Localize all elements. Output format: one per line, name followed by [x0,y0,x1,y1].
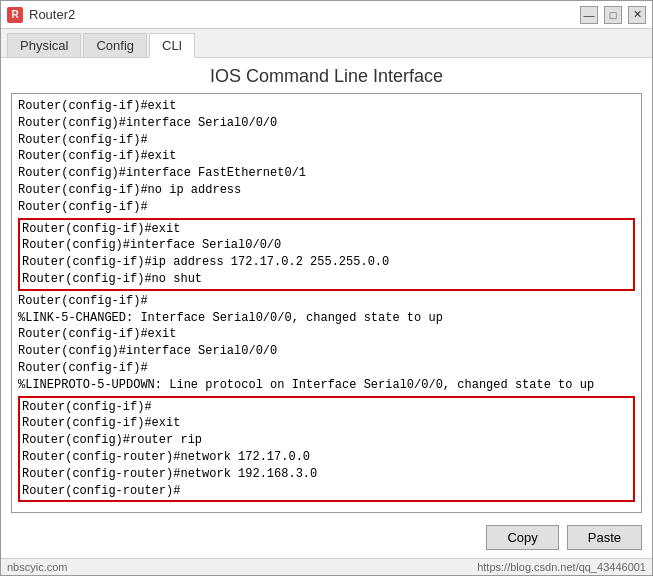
terminal-line: Router(config)#interface FastEthernet0/1 [18,165,635,182]
terminal-line: %LINEPROTO-5-UPDOWN: Line protocol on In… [18,377,635,394]
terminal-line: Router(config-router)#network 172.17.0.0 [22,449,631,466]
content-area: Router(config-if)#exitRouter(config)#int… [1,93,652,521]
page-title: IOS Command Line Interface [1,58,652,93]
terminal-line: Router(config-router)# [22,483,631,500]
terminal-line: Router(config-if)# [18,360,635,377]
tab-physical[interactable]: Physical [7,33,81,57]
terminal-line: Router(config-if)#exit [18,326,635,343]
terminal-line: Router(config)#interface Serial0/0/0 [18,115,635,132]
terminal-line: Router(config-if)#ip address 172.17.0.2 … [22,254,631,271]
close-button[interactable]: ✕ [628,6,646,24]
terminal-line: Router(config)#router rip [22,432,631,449]
tab-bar: Physical Config CLI [1,29,652,58]
terminal-line: Router(config-if)#exit [18,148,635,165]
router-window: R Router2 — □ ✕ Physical Config CLI IOS … [0,0,653,576]
terminal-line: Router(config-if)#no ip address [18,182,635,199]
terminal-line: Router(config-if)#no shut [22,271,631,288]
tab-config[interactable]: Config [83,33,147,57]
window-title: Router2 [29,7,75,22]
terminal-line: Router(config-if)# [18,293,635,310]
terminal-line: %LINK-5-CHANGED: Interface Serial0/0/0, … [18,310,635,327]
highlighted-block-2: Router(config-if)#Router(config-if)#exit… [18,396,635,503]
title-bar: R Router2 — □ ✕ [1,1,652,29]
button-bar: Copy Paste [1,521,652,558]
terminal-line: Router(config-router)#network 192.168.3.… [22,466,631,483]
footer-bar: nbscyic.com https://blog.csdn.net/qq_434… [1,558,652,575]
terminal-line: Router(config-if)#exit [22,415,631,432]
maximize-button[interactable]: □ [604,6,622,24]
footer-left: nbscyic.com [7,561,68,573]
terminal-output[interactable]: Router(config-if)#exitRouter(config)#int… [11,93,642,513]
terminal-line: Router(config-if)#exit [22,221,631,238]
minimize-button[interactable]: — [580,6,598,24]
copy-button[interactable]: Copy [486,525,558,550]
terminal-line: Router(config-if)# [22,399,631,416]
terminal-line: Router(config-if)# [18,132,635,149]
terminal-line: Router(config)#interface Serial0/0/0 [18,343,635,360]
title-bar-left: R Router2 [7,7,75,23]
tab-cli[interactable]: CLI [149,33,195,58]
footer-right: https://blog.csdn.net/qq_43446001 [477,561,646,573]
terminal-line: Router(config-if)#exit [18,98,635,115]
app-icon: R [7,7,23,23]
window-controls: — □ ✕ [580,6,646,24]
paste-button[interactable]: Paste [567,525,642,550]
terminal-line: Router(config)#interface Serial0/0/0 [22,237,631,254]
highlighted-block-1: Router(config-if)#exitRouter(config)#int… [18,218,635,291]
terminal-line: Router(config-if)# [18,199,635,216]
